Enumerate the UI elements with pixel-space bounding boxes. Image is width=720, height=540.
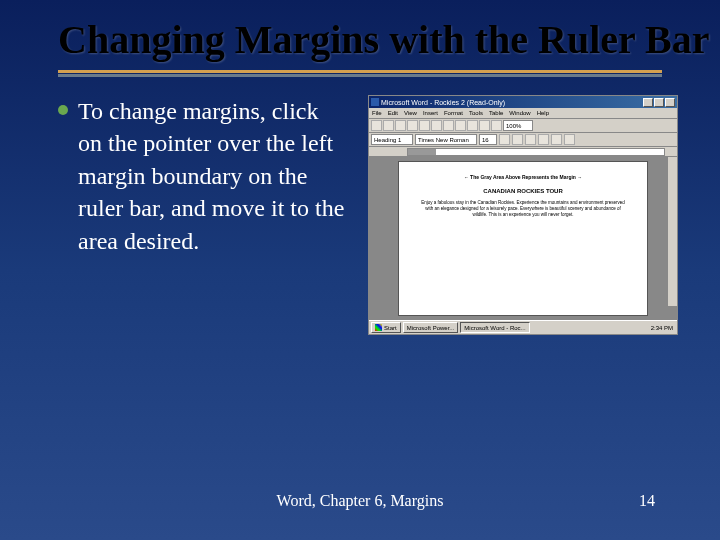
- document-area: ← The Gray Area Above Represents the Mar…: [369, 157, 677, 320]
- format-toolbar: Heading 1 Times New Roman 16: [369, 133, 677, 147]
- window-buttons: [643, 98, 675, 107]
- taskbar-item-word[interactable]: Microsoft Word - Roc...: [460, 322, 529, 333]
- slide-footer: Word, Chapter 6, Margins 14: [0, 492, 720, 510]
- close-button[interactable]: [665, 98, 675, 107]
- standard-toolbar: 100%: [369, 119, 677, 133]
- bullet-item: To change margins, click on the pointer …: [58, 95, 348, 335]
- new-icon[interactable]: [371, 120, 382, 131]
- document-page[interactable]: ← The Gray Area Above Represents the Mar…: [398, 161, 648, 316]
- menu-window[interactable]: Window: [509, 110, 530, 116]
- word-screenshot: Microsoft Word - Rockies 2 (Read-Only) F…: [368, 95, 678, 335]
- menu-file[interactable]: File: [372, 110, 382, 116]
- menu-help[interactable]: Help: [537, 110, 549, 116]
- content-area: To change margins, click on the pointer …: [0, 73, 720, 335]
- start-label: Start: [384, 325, 397, 331]
- bullet-icon: [58, 105, 68, 115]
- window-title: Microsoft Word - Rockies 2 (Read-Only): [371, 98, 505, 106]
- word-icon: [371, 98, 379, 106]
- vertical-scrollbar[interactable]: [667, 157, 677, 306]
- horizontal-ruler[interactable]: [407, 148, 665, 156]
- align-left-icon[interactable]: [538, 134, 549, 145]
- ruler-margin-gray: [408, 149, 436, 155]
- slide-title: Changing Margins with the Ruler Bar: [0, 0, 720, 62]
- menu-tools[interactable]: Tools: [469, 110, 483, 116]
- preview-icon[interactable]: [419, 120, 430, 131]
- margin-callout: ← The Gray Area Above Represents the Mar…: [419, 174, 627, 180]
- window-titlebar: Microsoft Word - Rockies 2 (Read-Only): [369, 96, 677, 108]
- align-center-icon[interactable]: [551, 134, 562, 145]
- menu-edit[interactable]: Edit: [388, 110, 398, 116]
- taskbar-left: Start Microsoft Power... Microsoft Word …: [371, 322, 530, 333]
- menu-table[interactable]: Table: [489, 110, 503, 116]
- style-combo[interactable]: Heading 1: [371, 134, 413, 145]
- open-icon[interactable]: [383, 120, 394, 131]
- align-right-icon[interactable]: [564, 134, 575, 145]
- underline-icon[interactable]: [525, 134, 536, 145]
- window-title-text: Microsoft Word - Rockies 2 (Read-Only): [381, 99, 505, 106]
- size-combo[interactable]: 16: [479, 134, 497, 145]
- italic-icon[interactable]: [512, 134, 523, 145]
- cut-icon[interactable]: [443, 120, 454, 131]
- footer-page-number: 14: [639, 492, 655, 510]
- undo-icon[interactable]: [479, 120, 490, 131]
- print-icon[interactable]: [407, 120, 418, 131]
- zoom-combo[interactable]: 100%: [503, 120, 533, 131]
- doc-paragraph: Enjoy a fabulous stay in the Canadian Ro…: [419, 200, 627, 218]
- menu-insert[interactable]: Insert: [423, 110, 438, 116]
- maximize-button[interactable]: [654, 98, 664, 107]
- redo-icon[interactable]: [491, 120, 502, 131]
- start-button[interactable]: Start: [371, 322, 401, 333]
- menu-view[interactable]: View: [404, 110, 417, 116]
- windows-taskbar: Start Microsoft Power... Microsoft Word …: [369, 320, 677, 334]
- paste-icon[interactable]: [467, 120, 478, 131]
- menu-format[interactable]: Format: [444, 110, 463, 116]
- copy-icon[interactable]: [455, 120, 466, 131]
- minimize-button[interactable]: [643, 98, 653, 107]
- spell-icon[interactable]: [431, 120, 442, 131]
- font-combo[interactable]: Times New Roman: [415, 134, 477, 145]
- save-icon[interactable]: [395, 120, 406, 131]
- footer-center-text: Word, Chapter 6, Margins: [277, 492, 444, 510]
- doc-heading: CANADIAN ROCKIES TOUR: [419, 188, 627, 194]
- menu-bar: File Edit View Insert Format Tools Table…: [369, 108, 677, 119]
- ruler-bar[interactable]: [369, 147, 677, 157]
- taskbar-item-powerpoint[interactable]: Microsoft Power...: [403, 322, 459, 333]
- bullet-body: To change margins, click on the pointer …: [78, 95, 348, 257]
- windows-logo-icon: [375, 324, 382, 331]
- system-clock: 2:34 PM: [651, 325, 675, 331]
- bold-icon[interactable]: [499, 134, 510, 145]
